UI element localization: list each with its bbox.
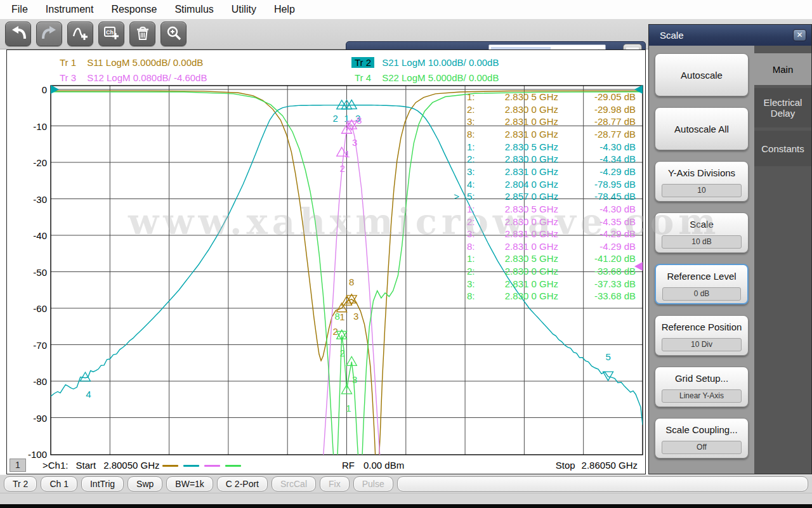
trace-id: Tr 3 <box>56 72 79 83</box>
legend-dash <box>204 465 220 467</box>
button-value: 0 dB <box>662 287 741 301</box>
status-inttrig[interactable]: IntTrig <box>81 476 124 492</box>
status-tr-2[interactable]: Tr 2 <box>4 476 37 492</box>
legend-dash <box>183 465 199 467</box>
undo-icon <box>10 25 27 44</box>
button-label: Scale <box>655 213 748 235</box>
delete-button[interactable] <box>129 22 155 46</box>
menu-item-response[interactable]: Response <box>102 0 166 19</box>
scale-coupling-button[interactable]: Scale Coupling...Off <box>655 418 749 459</box>
autoscale-all-button[interactable]: Autoscale All <box>655 107 749 150</box>
reference-level-button[interactable]: Reference Level0 dB <box>655 264 749 304</box>
channel-label: >Ch1: <box>43 460 68 471</box>
button-label: Grid Setup... <box>655 367 748 389</box>
button-value: 10 Div <box>662 338 742 351</box>
tab-constants[interactable]: Constants <box>754 131 811 166</box>
rf-value: 0.00 dBm <box>363 460 404 471</box>
status-bw-1k[interactable]: BW=1k <box>166 476 213 492</box>
status-pulse[interactable]: Pulse <box>353 476 393 492</box>
panel-title: Scale <box>660 30 793 41</box>
button-value: Linear Y-Axis <box>662 389 742 403</box>
status-srccal[interactable]: SrcCal <box>272 476 316 492</box>
legend-dash <box>225 465 241 467</box>
scale-panel: Scale ✕ AutoscaleAutoscale AllY-Axis Div… <box>648 24 812 474</box>
menu-item-help[interactable]: Help <box>265 0 304 19</box>
menu-item-utility[interactable]: Utility <box>223 0 265 19</box>
trace-desc: S21 LogM 10.00dB/ 0.00dB <box>382 57 499 68</box>
button-label: Autoscale All <box>655 108 748 150</box>
button-value: Off <box>662 441 742 454</box>
tab-main[interactable]: Main <box>754 53 811 85</box>
trace-id: Tr 1 <box>56 57 79 68</box>
button-label: Y-Axis Divisions <box>655 162 748 184</box>
status-bar: Tr 2Ch 1IntTrigSwpBW=1kC 2-PortSrcCalFix… <box>0 474 812 493</box>
button-label: Reference Position <box>655 316 748 338</box>
menu-bar: FileInstrumentResponseStimulusUtilityHel… <box>0 0 812 19</box>
menu-item-instrument[interactable]: Instrument <box>37 0 103 19</box>
zoom-button[interactable] <box>160 22 187 46</box>
scale-button[interactable]: Scale10 dB <box>655 212 749 253</box>
chart-panel: Tr 1S11 LogM 5.000dB/ 0.00dBTr 2S21 LogM… <box>6 49 646 474</box>
add-channel-icon: Ch <box>103 25 120 44</box>
add-trace-button[interactable] <box>67 22 93 46</box>
button-value: 10 dB <box>662 235 742 249</box>
channel-footer: 1 >Ch1: Start 2.80050 GHz RF 0.00 dBm St… <box>7 456 645 474</box>
scale-panel-buttons: AutoscaleAutoscale AllY-Axis Divisions10… <box>649 46 754 474</box>
menu-item-file[interactable]: File <box>3 0 37 19</box>
delete-icon <box>134 25 151 44</box>
tab-electrical-delay[interactable]: Electrical Delay <box>754 88 811 127</box>
stop-label: Stop <box>556 460 575 471</box>
rf-label: RF <box>342 460 355 471</box>
status-c-2-port[interactable]: C 2-Port <box>217 476 268 492</box>
autoscale-button[interactable]: Autoscale <box>655 53 749 96</box>
channel-stimulus: >Ch1: Start 2.80050 GHz <box>43 460 160 471</box>
button-value: 10 <box>662 184 742 197</box>
rf-power: RF 0.00 dBm <box>342 460 404 471</box>
redo-icon <box>41 25 58 44</box>
status-swp[interactable]: Swp <box>128 476 162 492</box>
trace-id: Tr 2 <box>351 57 374 68</box>
add-trace-icon <box>72 25 89 44</box>
zoom-icon <box>166 25 182 44</box>
reference-position-button[interactable]: Reference Position10 Div <box>655 315 749 356</box>
redo-button[interactable] <box>36 22 62 46</box>
add-channel-button[interactable]: Ch <box>98 22 124 46</box>
button-label: Scale Coupling... <box>655 419 748 441</box>
y-axis-divisions-button[interactable]: Y-Axis Divisions10 <box>655 161 749 202</box>
undo-button[interactable] <box>5 22 31 46</box>
start-label: Start <box>75 460 96 471</box>
status-ch-1[interactable]: Ch 1 <box>41 476 77 492</box>
start-value: 2.80050 GHz <box>103 460 159 471</box>
channel-badge: 1 <box>10 459 26 472</box>
legend-dash <box>162 465 178 467</box>
button-label: Reference Level <box>656 265 747 287</box>
status-filler <box>397 476 808 492</box>
scale-panel-tabs: MainElectrical DelayConstants <box>754 46 811 474</box>
trace-id: Tr 4 <box>351 72 374 83</box>
grid-setup-button[interactable]: Grid Setup...Linear Y-Axis <box>655 367 749 407</box>
trace-legend-dashes <box>160 460 244 471</box>
trace-status-tr4[interactable]: Tr 4S22 LogM 5.000dB/ 0.00dB <box>351 70 499 84</box>
stop-frequency: Stop 2.86050 GHz <box>556 460 638 471</box>
stop-value: 2.86050 GHz <box>582 460 638 471</box>
svg-text:Ch: Ch <box>106 29 114 36</box>
status-fix[interactable]: Fix <box>320 476 350 492</box>
trace-desc: S11 LogM 5.000dB/ 0.00dB <box>87 57 203 68</box>
close-icon[interactable]: ✕ <box>793 29 806 41</box>
bottom-bar <box>0 504 812 508</box>
trace-status-tr3[interactable]: Tr 3S12 LogM 0.080dB/ -4.60dB <box>56 70 207 84</box>
menu-item-stimulus[interactable]: Stimulus <box>166 0 222 19</box>
trace-desc: S22 LogM 5.000dB/ 0.00dB <box>382 72 499 83</box>
trace-status-tr2[interactable]: Tr 2S21 LogM 10.00dB/ 0.00dB <box>351 55 499 69</box>
scale-panel-header: Scale ✕ <box>649 25 811 46</box>
button-label: Autoscale <box>655 54 748 96</box>
trace-desc: S12 LogM 0.080dB/ -4.60dB <box>87 72 207 83</box>
status-substrip <box>0 493 812 504</box>
trace-status-tr1[interactable]: Tr 1S11 LogM 5.000dB/ 0.00dB <box>56 55 203 69</box>
